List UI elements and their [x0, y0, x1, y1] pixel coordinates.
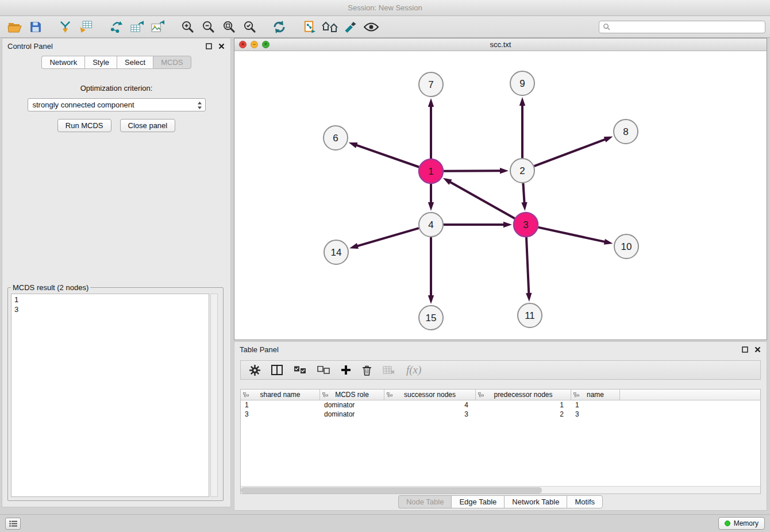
- run-mcds-button[interactable]: Run MCDS: [57, 119, 111, 132]
- mcds-result-list[interactable]: 13: [11, 294, 209, 497]
- table-row[interactable]: 1dominator411: [241, 400, 760, 410]
- table-cell: dominator: [320, 410, 384, 419]
- titlebar[interactable]: Session: New Session: [0, 0, 770, 16]
- tab-motifs[interactable]: Motifs: [567, 495, 603, 508]
- table-cell: 3: [571, 410, 620, 419]
- save-session-button[interactable]: [25, 18, 46, 36]
- show-hide-details-button[interactable]: [361, 18, 382, 36]
- column-header-predecessor-nodes[interactable]: predecessor nodes: [476, 390, 571, 400]
- zoom-fit-button[interactable]: [218, 18, 239, 36]
- network-window: × − + scc.txt 7968124314101511: [234, 38, 767, 340]
- graph-edge-2-8[interactable]: [534, 139, 606, 166]
- delete-column-button[interactable]: [362, 365, 372, 376]
- graph-edge-1-2[interactable]: [444, 171, 501, 171]
- tab-node-table[interactable]: Node Table: [398, 495, 452, 508]
- table-cell: 1: [241, 400, 320, 410]
- close-table-panel-button[interactable]: [754, 346, 761, 353]
- table-panel-header: Table Panel: [234, 342, 767, 357]
- edge-arrowhead-icon: [428, 295, 434, 304]
- application-window: Session: New Session: [0, 0, 770, 532]
- graph-edge-3-10[interactable]: [538, 228, 605, 242]
- edge-arrowhead-icon: [349, 142, 358, 148]
- minimize-window-icon[interactable]: −: [251, 41, 258, 48]
- apply-style-button[interactable]: [340, 18, 361, 36]
- export-table-icon: [130, 20, 144, 33]
- tab-edge-table[interactable]: Edge Table: [451, 495, 504, 508]
- mcds-result-item[interactable]: 3: [11, 304, 209, 314]
- close-panel-action-button[interactable]: Close panel: [120, 119, 176, 132]
- import-table-button[interactable]: [76, 18, 97, 36]
- show-columns-button[interactable]: [271, 365, 283, 375]
- zoom-out-button[interactable]: [198, 18, 218, 36]
- graph-node-label: 6: [333, 133, 338, 144]
- graph-node-label: 8: [623, 126, 628, 137]
- task-list-icon: [9, 521, 17, 527]
- mcds-result-item[interactable]: 1: [11, 295, 209, 304]
- create-column-button[interactable]: [341, 365, 351, 375]
- float-table-panel-button[interactable]: [741, 346, 749, 353]
- edge-arrowhead-icon: [443, 178, 452, 185]
- select-all-columns-button[interactable]: [294, 366, 306, 374]
- network-window-titlebar[interactable]: × − + scc.txt: [234, 38, 767, 51]
- eye-icon: [364, 22, 379, 32]
- tab-select[interactable]: Select: [117, 56, 153, 69]
- task-history-button[interactable]: [5, 518, 21, 530]
- column-header-shared-name[interactable]: shared name: [241, 390, 320, 400]
- delete-table-icon: [383, 365, 395, 375]
- column-sort-icon: [322, 392, 329, 398]
- export-network-button[interactable]: [106, 18, 126, 36]
- table-horizontal-scrollbar[interactable]: [241, 486, 760, 494]
- table-settings-button[interactable]: [249, 365, 260, 376]
- edge-arrowhead-icon: [604, 239, 613, 245]
- column-header-filler: [620, 390, 760, 400]
- table-row[interactable]: 3dominator323: [241, 410, 760, 419]
- graph-node-label: 14: [331, 247, 342, 258]
- scrollbar-thumb[interactable]: [241, 487, 542, 494]
- tab-mcds[interactable]: MCDS: [153, 56, 191, 69]
- maximize-window-icon[interactable]: +: [262, 41, 270, 48]
- columns-icon: [271, 365, 283, 375]
- memory-label: Memory: [734, 519, 759, 527]
- tab-network-table[interactable]: Network Table: [504, 495, 567, 508]
- column-header-label: MCDS role: [335, 391, 369, 399]
- float-panel-button[interactable]: [205, 43, 213, 50]
- close-window-icon[interactable]: ×: [239, 41, 247, 48]
- close-panel-button[interactable]: [218, 43, 225, 50]
- export-image-button[interactable]: [147, 18, 168, 36]
- deselect-all-columns-button[interactable]: [317, 366, 330, 374]
- network-canvas[interactable]: 7968124314101511: [234, 51, 767, 340]
- optimization-criterion-select[interactable]: strongly connected component: [28, 98, 206, 111]
- export-table-button[interactable]: [126, 18, 147, 36]
- zoom-in-button[interactable]: [177, 18, 198, 36]
- clone-network-button[interactable]: [299, 18, 319, 36]
- column-header-successor-nodes[interactable]: successor nodes: [384, 390, 476, 400]
- mcds-result-scrollbar[interactable]: [210, 294, 218, 497]
- window-controls: × − +: [239, 41, 270, 48]
- home-view-button[interactable]: [319, 18, 340, 36]
- apply-layout-button[interactable]: [269, 18, 290, 36]
- memory-button[interactable]: Memory: [718, 517, 765, 530]
- graph-node-label: 3: [523, 219, 528, 230]
- column-header-label: successor nodes: [404, 391, 456, 399]
- column-header-name[interactable]: name: [571, 390, 620, 400]
- mcds-result-title: MCDS result (2 nodes): [11, 283, 90, 292]
- graph-edge-3-1[interactable]: [449, 182, 515, 218]
- graph-edge-1-6[interactable]: [356, 145, 419, 167]
- graph-node-label: 2: [519, 165, 525, 176]
- close-icon: [754, 346, 761, 353]
- search-input[interactable]: [613, 23, 761, 31]
- column-header-mcds-role[interactable]: MCDS role: [320, 390, 384, 400]
- table-cell: 2: [476, 410, 571, 419]
- tab-style[interactable]: Style: [84, 56, 117, 69]
- zoom-selected-button[interactable]: [239, 18, 260, 36]
- import-network-button[interactable]: [55, 18, 76, 36]
- zoom-fit-icon: [222, 20, 236, 33]
- open-session-button[interactable]: [5, 18, 25, 36]
- search-box[interactable]: [599, 21, 765, 33]
- graph-edge-4-14[interactable]: [357, 228, 419, 246]
- column-header-label: predecessor nodes: [494, 391, 552, 399]
- tab-network[interactable]: Network: [41, 56, 84, 69]
- graph-edge-2-3[interactable]: [523, 183, 524, 203]
- table-body[interactable]: 1dominator4113dominator323: [241, 400, 760, 486]
- graph-edge-3-11[interactable]: [526, 237, 529, 294]
